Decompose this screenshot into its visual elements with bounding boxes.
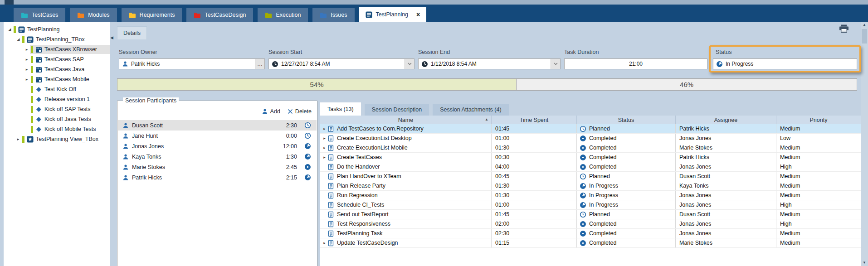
table-row[interactable]: Plan HandOver to XTeam00:45PlannedDusan … — [320, 172, 861, 181]
tree-expander-icon[interactable]: ◢ — [15, 37, 21, 42]
session-start-dropdown-button[interactable] — [405, 59, 414, 69]
tree-item-release-version-1[interactable]: Release version 1 — [4, 94, 110, 104]
tree-item-testplanning-view-tbox[interactable]: ▸TestPlanning View_TBox — [4, 134, 110, 144]
status-field[interactable]: In Progress — [713, 58, 857, 69]
task-duration-field[interactable]: 21:00 — [564, 58, 707, 69]
table-row[interactable]: Schedule CI_Tests01:00In ProgressJonas J… — [320, 200, 861, 210]
time-spent-cell: 00:45 — [492, 172, 577, 181]
print-icon[interactable] — [839, 24, 849, 33]
participant-name: Jonas Jones — [132, 143, 164, 150]
module-tab-issues[interactable]: Issues — [312, 8, 354, 22]
tree-item-testplanning[interactable]: ◢TestPlanning — [4, 24, 110, 34]
task-icon — [327, 240, 334, 247]
tree-item-kick-off-sap-tests[interactable]: Kick off SAP Tests — [4, 104, 110, 114]
tree-item-test-kick-off[interactable]: Test Kick Off — [4, 84, 110, 94]
session-participants-title: Session Participants — [123, 97, 179, 104]
tree-item-testcases-mobile[interactable]: ▸TestCases Mobile — [4, 74, 110, 84]
inprogress-status-icon — [304, 143, 311, 150]
module-tab-testcases[interactable]: TestCases — [14, 8, 65, 22]
module-tab-strip: TestCasesModulesRequirementsTestCaseDesi… — [0, 5, 868, 22]
status-label: Completed — [589, 240, 616, 246]
column-header-name[interactable]: Name▲ — [320, 116, 492, 124]
table-row[interactable]: Run Regression01:30In ProgressJonas Jone… — [320, 191, 861, 200]
tab-details[interactable]: Details — [117, 26, 147, 39]
row-expander-icon[interactable]: ▸ — [322, 145, 327, 150]
tree-expander-icon[interactable]: ◢ — [6, 27, 13, 32]
session-end-field[interactable]: 1/12/2018 8:54 AM — [418, 58, 561, 69]
scroll-down-icon[interactable]: ▼ — [861, 261, 868, 265]
participant-row[interactable]: Patrik Hicks2:15 — [118, 172, 317, 183]
task-name: Update TestCaseDesign — [337, 240, 398, 246]
table-row[interactable]: ▸Update TestCaseDesign01:15CompletedMari… — [320, 238, 861, 248]
column-header-assignee[interactable]: Assignee — [676, 116, 776, 124]
add-participant-button[interactable]: Add — [262, 108, 280, 115]
module-tab-execution[interactable]: Execution — [258, 8, 308, 22]
tab-tasks-13[interactable]: Tasks (13) — [320, 102, 361, 116]
tree-item-kick-off-mobile-tests[interactable]: Kick off Mobile Tests — [4, 124, 110, 134]
participant-time: 2:45 — [279, 164, 297, 170]
session-owner-field[interactable]: Patrik Hicks … — [119, 58, 265, 69]
assignee-cell: Jonas Jones — [676, 219, 776, 228]
assignee-cell: Marie Stokes — [676, 143, 776, 152]
row-expander-icon[interactable]: ▸ — [322, 136, 327, 140]
module-tab-testcasedesign[interactable]: TestCaseDesign — [186, 8, 253, 22]
task-name-cell: Send out TestReport — [320, 210, 492, 219]
tree-item-status-bar — [31, 56, 33, 63]
task-name-cell: Plan Release Party — [320, 181, 492, 190]
table-row[interactable]: ▸Add TestCases to Com.Repository01:45Pla… — [320, 124, 861, 134]
table-row[interactable]: Plan Release Party01:30In ProgressKaya T… — [320, 181, 861, 191]
table-row[interactable]: ▸Create ExecutionList Mobile01:30Complet… — [320, 143, 861, 153]
tree-item-label: TestCases Mobile — [44, 76, 89, 82]
tree-item-kick-off-java-tests[interactable]: Kick off Java Tests — [4, 114, 110, 124]
panel-splitter[interactable]: ◀ — [110, 22, 114, 266]
row-expander-icon[interactable]: ▸ — [322, 155, 327, 160]
tree-item-testcases-sap[interactable]: ▸TestCases SAP — [4, 54, 110, 64]
table-row[interactable]: Send out TestReport01:45PlannedDusan Sco… — [320, 210, 861, 219]
column-header-status[interactable]: Status — [577, 116, 676, 124]
table-row[interactable]: ▸Create TestCases00:30CompletedPatrik Hi… — [320, 153, 861, 162]
status-cell: Planned — [577, 210, 676, 219]
participant-time: 0:00 — [279, 133, 297, 139]
tree-item-status-bar — [31, 66, 33, 73]
task-name-cell: Run Regression — [320, 191, 492, 200]
tree-expander-icon[interactable]: ▸ — [15, 137, 21, 141]
participant-row[interactable]: Jane Hunt0:00 — [118, 131, 317, 141]
collapse-tree-icon[interactable]: ◀ — [110, 35, 113, 40]
session-end-dropdown-button[interactable] — [551, 59, 560, 69]
task-name: TestPlanning Task — [337, 230, 383, 237]
tree-item-testcases-xbrowser[interactable]: ▸TestCases XBrowser — [4, 44, 110, 54]
participant-row[interactable]: Dusan Scott2:30 — [118, 120, 317, 131]
scrollbar-thumb[interactable] — [862, 29, 867, 44]
module-tab-modules[interactable]: Modules — [70, 8, 117, 22]
scroll-up-icon[interactable]: ▲ — [861, 23, 868, 27]
participants-actions: Add Delete — [262, 108, 312, 115]
table-row[interactable]: ▸Create ExecutionList Desktop01:00Comple… — [320, 134, 861, 143]
folder-icon — [129, 12, 136, 18]
delete-participant-button[interactable]: Delete — [288, 108, 312, 115]
participant-row[interactable]: Marie Stokes2:45 — [118, 162, 317, 172]
column-header-time-spent[interactable]: Time Spent — [492, 116, 577, 124]
tree-expander-icon[interactable]: ▸ — [24, 67, 30, 72]
tree-expander-icon[interactable]: ▸ — [24, 57, 30, 62]
row-expander-icon[interactable]: ▸ — [322, 126, 327, 131]
table-row[interactable]: TestPlanning Task02:30CompletedJonas Jon… — [320, 229, 861, 238]
column-header-priority[interactable]: Priority — [776, 116, 861, 124]
tab-session-attachments-4[interactable]: Session Attachments (4) — [433, 104, 508, 116]
tree-expander-icon[interactable]: ▸ — [24, 47, 30, 52]
close-tab-icon[interactable]: × — [416, 11, 420, 18]
tab-session-description[interactable]: Session Description — [365, 104, 429, 116]
participant-row[interactable]: Jonas Jones12:00 — [118, 141, 317, 151]
tree-expander-icon[interactable]: ▸ — [24, 77, 30, 82]
table-row[interactable]: Do the Handover04:00CompletedJonas Jones… — [320, 162, 861, 172]
row-expander-icon[interactable]: ▸ — [322, 241, 327, 245]
table-row[interactable]: Test Responsiveness02:00CompletedJonas J… — [320, 219, 861, 229]
tree-item-testplanning-tbox[interactable]: ◢TestPlanning_TBox — [4, 34, 110, 44]
session-owner-browse-button[interactable]: … — [255, 59, 264, 69]
status-label: Completed — [589, 164, 616, 170]
vertical-scrollbar[interactable]: ▲ ▼ — [861, 22, 868, 266]
module-tab-requirements[interactable]: Requirements — [122, 8, 182, 22]
tab-testplanning-active[interactable]: TestPlanning× — [359, 7, 427, 22]
tree-item-testcases-java[interactable]: ▸TestCases Java — [4, 64, 110, 74]
session-start-field[interactable]: 12/27/2017 8:54 AM — [268, 58, 414, 69]
participant-row[interactable]: Kaya Tonks1:30 — [118, 151, 317, 162]
